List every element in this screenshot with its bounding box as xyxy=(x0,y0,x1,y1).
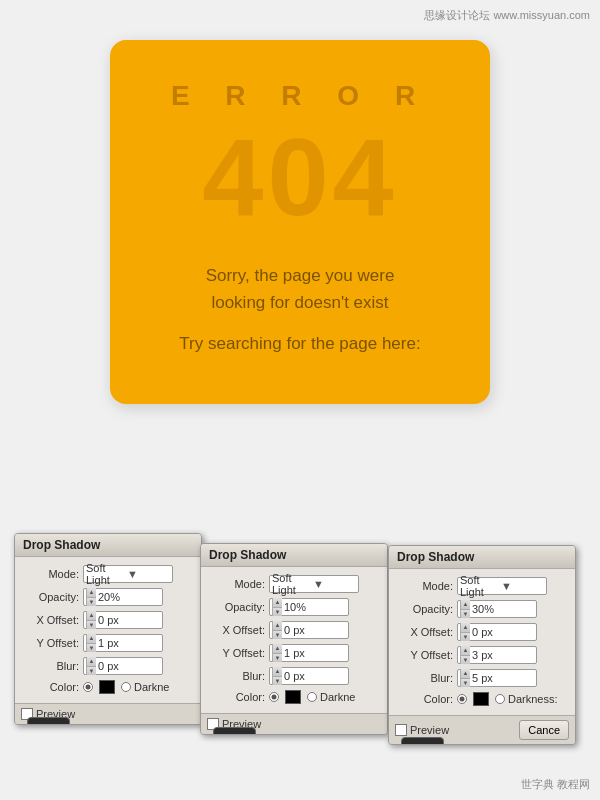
panel1-blur-up[interactable]: ▲ xyxy=(87,657,96,667)
error-card: E R R O R 404 Sorry, the page you werelo… xyxy=(110,40,490,404)
panel3-body: Mode: Soft Light ▼ Opacity: ▲ ▼ 30% X Of… xyxy=(389,569,575,715)
panel3-mode-row: Mode: Soft Light ▼ xyxy=(395,577,569,595)
panel2-color-radio[interactable] xyxy=(269,692,279,702)
panel2-mode-select[interactable]: Soft Light ▼ xyxy=(269,575,359,593)
panel2-xoffset-input[interactable]: ▲ ▼ 0 px xyxy=(269,621,349,639)
panel1-yoffset-row: Y Offset: ▲ ▼ 1 px xyxy=(21,634,195,652)
panel2-yoffset-up[interactable]: ▲ xyxy=(273,644,282,654)
panel3-preview[interactable]: Preview xyxy=(395,724,449,736)
error-search: Try searching for the page here: xyxy=(140,334,460,354)
panel1-color-radio[interactable] xyxy=(83,682,93,692)
panel1-xoffset-input[interactable]: ▲ ▼ 0 px xyxy=(83,611,163,629)
panel1-xoffset-value: 0 px xyxy=(96,614,160,626)
panel1-opacity-input[interactable]: ▲ ▼ 20% xyxy=(83,588,163,606)
panel2-blur-row: Blur: ▲ ▼ 0 px xyxy=(207,667,381,685)
panel2-rgb-tooltip: R: 0 G: 0 B: 0 xyxy=(213,727,256,735)
panel2-opacity-up[interactable]: ▲ xyxy=(273,598,282,608)
panel1-mode-select[interactable]: Soft Light ▼ xyxy=(83,565,173,583)
panel3-xoffset-down[interactable]: ▼ xyxy=(461,633,470,642)
panel1-yoffset-value: 1 px xyxy=(96,637,160,649)
drop-shadow-panel-1: Drop Shadow Mode: Soft Light ▼ Opacity: … xyxy=(14,533,202,725)
panel3-opacity-input[interactable]: ▲ ▼ 30% xyxy=(457,600,537,618)
panel2-opacity-spinner[interactable]: ▲ ▼ xyxy=(272,598,282,616)
panel1-blur-spinner[interactable]: ▲ ▼ xyxy=(86,657,96,675)
panel1-yoffset-input[interactable]: ▲ ▼ 1 px xyxy=(83,634,163,652)
panel1-yoffset-spinner[interactable]: ▲ ▼ xyxy=(86,634,96,652)
panel2-blur-label: Blur: xyxy=(207,670,265,682)
panel1-blur-input[interactable]: ▲ ▼ 0 px xyxy=(83,657,163,675)
panel2-yoffset-down[interactable]: ▼ xyxy=(273,654,282,663)
panel2-blur-spinner[interactable]: ▲ ▼ xyxy=(272,667,282,685)
panel1-opacity-down[interactable]: ▼ xyxy=(87,598,96,607)
panel1-xoffset-down[interactable]: ▼ xyxy=(87,621,96,630)
panel1-blur-down[interactable]: ▼ xyxy=(87,667,96,676)
panel2-color-row: Color: Darkne xyxy=(207,690,381,704)
panel3-yoffset-up[interactable]: ▲ xyxy=(461,646,470,656)
panel3-xoffset-input[interactable]: ▲ ▼ 0 px xyxy=(457,623,537,641)
dialogs-wrapper: Drop Shadow Mode: Soft Light ▼ Opacity: … xyxy=(0,495,600,745)
panel3-darkness-radio[interactable] xyxy=(495,694,505,704)
panel3-xoffset-label: X Offset: xyxy=(395,626,453,638)
panel3-blur-up[interactable]: ▲ xyxy=(461,669,470,679)
panel2-color-swatch[interactable] xyxy=(285,690,301,704)
panel3-checkbox[interactable] xyxy=(395,724,407,736)
panel2-xoffset-down[interactable]: ▼ xyxy=(273,631,282,640)
panel2-opacity-down[interactable]: ▼ xyxy=(273,608,282,617)
panel2-blur-input[interactable]: ▲ ▼ 0 px xyxy=(269,667,349,685)
panel2-xoffset-value: 0 px xyxy=(282,624,346,636)
panel3-color-swatch[interactable] xyxy=(473,692,489,706)
panel1-opacity-row: Opacity: ▲ ▼ 20% xyxy=(21,588,195,606)
panel2-title: Drop Shadow xyxy=(201,544,387,567)
panel3-yoffset-value: 3 px xyxy=(470,649,534,661)
panel3-cancel-button[interactable]: Cance xyxy=(519,720,569,740)
panel3-blur-down[interactable]: ▼ xyxy=(461,679,470,688)
panel3-opacity-value: 30% xyxy=(470,603,534,615)
panel3-yoffset-spinner[interactable]: ▲ ▼ xyxy=(460,646,470,664)
panel1-opacity-label: Opacity: xyxy=(21,591,79,603)
panel3-yoffset-label: Y Offset: xyxy=(395,649,453,661)
panel3-color-radio[interactable] xyxy=(457,694,467,704)
panel3-opacity-down[interactable]: ▼ xyxy=(461,610,470,619)
panel2-yoffset-spinner[interactable]: ▲ ▼ xyxy=(272,644,282,662)
panel3-opacity-spinner[interactable]: ▲ ▼ xyxy=(460,600,470,618)
panel3-yoffset-input[interactable]: ▲ ▼ 3 px xyxy=(457,646,537,664)
panel1-rgb-tooltip: R: 0 G: 0 B: 0 xyxy=(27,717,70,725)
panel2-blur-up[interactable]: ▲ xyxy=(273,667,282,677)
panel3-blur-label: Blur: xyxy=(395,672,453,684)
panel3-xoffset-up[interactable]: ▲ xyxy=(461,623,470,633)
panel2-opacity-value: 10% xyxy=(282,601,346,613)
panel1-darkness-radio[interactable] xyxy=(121,682,131,692)
panel2-darkness-radio[interactable] xyxy=(307,692,317,702)
panel1-opacity-up[interactable]: ▲ xyxy=(87,588,96,598)
panel1-color-row: Color: Darkne xyxy=(21,680,195,694)
panel1-opacity-spinner[interactable]: ▲ ▼ xyxy=(86,588,96,606)
panel1-xoffset-up[interactable]: ▲ xyxy=(87,611,96,621)
panel1-yoffset-up[interactable]: ▲ xyxy=(87,634,96,644)
panel3-title: Drop Shadow xyxy=(389,546,575,569)
panel1-color-swatch[interactable] xyxy=(99,680,115,694)
panel3-blur-spinner[interactable]: ▲ ▼ xyxy=(460,669,470,687)
panel2-xoffset-up[interactable]: ▲ xyxy=(273,621,282,631)
panel2-darkness-label: Darkne xyxy=(320,691,355,703)
panel1-xoffset-spinner[interactable]: ▲ ▼ xyxy=(86,611,96,629)
panel3-opacity-up[interactable]: ▲ xyxy=(461,600,470,610)
panel1-xoffset-label: X Offset: xyxy=(21,614,79,626)
panel2-blur-value: 0 px xyxy=(282,670,346,682)
panel1-yoffset-down[interactable]: ▼ xyxy=(87,644,96,653)
panel3-dropdown-arrow: ▼ xyxy=(501,580,544,592)
panel3-xoffset-row: X Offset: ▲ ▼ 0 px xyxy=(395,623,569,641)
panel3-mode-select[interactable]: Soft Light ▼ xyxy=(457,577,547,595)
panel1-yoffset-label: Y Offset: xyxy=(21,637,79,649)
panel2-xoffset-spinner[interactable]: ▲ ▼ xyxy=(272,621,282,639)
panel2-blur-down[interactable]: ▼ xyxy=(273,677,282,686)
panel2-yoffset-input[interactable]: ▲ ▼ 1 px xyxy=(269,644,349,662)
panel1-xoffset-row: X Offset: ▲ ▼ 0 px xyxy=(21,611,195,629)
panel2-opacity-input[interactable]: ▲ ▼ 10% xyxy=(269,598,349,616)
panel3-yoffset-down[interactable]: ▼ xyxy=(461,656,470,665)
panel1-blur-label: Blur: xyxy=(21,660,79,672)
panel3-preview-label: Preview xyxy=(410,724,449,736)
panel3-xoffset-spinner[interactable]: ▲ ▼ xyxy=(460,623,470,641)
panel2-rgb-r: R: 0 xyxy=(222,732,247,735)
panel2-color-label: Color: xyxy=(207,691,265,703)
panel3-blur-input[interactable]: ▲ ▼ 5 px xyxy=(457,669,537,687)
